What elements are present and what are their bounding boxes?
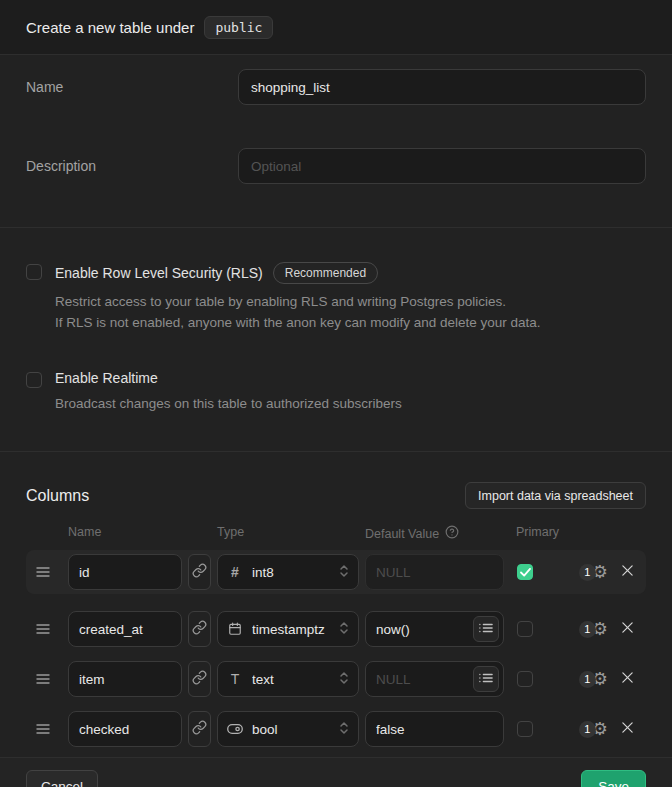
create-table-panel: Create a new table under public Name Des… bbox=[0, 0, 672, 787]
chevrons-icon bbox=[339, 671, 349, 688]
foreign-key-button[interactable] bbox=[188, 554, 211, 590]
name-row: Name bbox=[26, 69, 646, 105]
primary-checkbox[interactable] bbox=[517, 621, 533, 637]
remove-column-button[interactable] bbox=[621, 621, 634, 637]
column-settings-button[interactable]: 1⚙ bbox=[579, 670, 608, 688]
table-description-input[interactable] bbox=[238, 148, 646, 184]
recommended-badge: Recommended bbox=[273, 262, 378, 284]
description-row: Description bbox=[26, 148, 646, 184]
columns-rows: #int81⚙timestamptz1⚙Ttext1⚙bool1⚙ bbox=[26, 550, 646, 751]
column-type-value: bool bbox=[252, 722, 330, 737]
remove-column-button[interactable] bbox=[621, 671, 634, 687]
column-type-select[interactable]: bool bbox=[217, 711, 359, 747]
foreign-key-button[interactable] bbox=[188, 611, 211, 647]
chevrons-icon bbox=[339, 721, 349, 738]
header-primary: Primary bbox=[516, 525, 559, 542]
description-label: Description bbox=[26, 148, 238, 184]
link-icon bbox=[192, 620, 207, 638]
realtime-option: Enable Realtime Broadcast changes on thi… bbox=[26, 370, 646, 414]
drag-handle-icon[interactable] bbox=[36, 623, 56, 635]
column-settings-button[interactable]: 1⚙ bbox=[579, 620, 608, 638]
default-value-input[interactable] bbox=[365, 711, 504, 747]
settings-count-badge: 1 bbox=[579, 721, 596, 738]
header-default-value: Default Value bbox=[365, 527, 439, 541]
chevrons-icon bbox=[339, 564, 349, 581]
drag-handle-icon[interactable] bbox=[36, 673, 56, 685]
column-type-value: timestamptz bbox=[252, 622, 330, 637]
import-spreadsheet-button[interactable]: Import data via spreadsheet bbox=[465, 482, 646, 509]
remove-column-button[interactable] bbox=[621, 564, 634, 580]
x-icon bbox=[621, 564, 634, 580]
drag-handle-icon[interactable] bbox=[36, 723, 56, 735]
column-name-input[interactable] bbox=[68, 711, 182, 747]
list-icon bbox=[479, 622, 493, 637]
rls-checkbox[interactable] bbox=[26, 264, 42, 280]
suggested-values-button[interactable] bbox=[473, 616, 499, 642]
drag-handle-icon[interactable] bbox=[36, 566, 56, 578]
rls-option: Enable Row Level Security (RLS) Recommen… bbox=[26, 262, 646, 333]
column-name-input[interactable] bbox=[68, 611, 182, 647]
realtime-label: Enable Realtime bbox=[55, 370, 158, 386]
column-row: bool1⚙ bbox=[26, 707, 646, 751]
column-row: #int81⚙ bbox=[26, 550, 646, 594]
column-row: Ttext1⚙ bbox=[26, 657, 646, 701]
table-name-input[interactable] bbox=[238, 69, 646, 105]
foreign-key-button[interactable] bbox=[188, 711, 211, 747]
table-options-section: Enable Row Level Security (RLS) Recommen… bbox=[0, 228, 672, 452]
panel-title: Create a new table under bbox=[26, 19, 194, 36]
x-icon bbox=[621, 671, 634, 687]
name-label: Name bbox=[26, 69, 238, 105]
x-icon bbox=[621, 621, 634, 637]
columns-section: Columns Import data via spreadsheet Name… bbox=[0, 452, 672, 757]
column-row: timestamptz1⚙ bbox=[26, 607, 646, 651]
columns-title: Columns bbox=[26, 487, 89, 505]
check-icon bbox=[520, 564, 531, 580]
column-settings-button[interactable]: 1⚙ bbox=[579, 720, 608, 738]
rls-description: Restrict access to your table by enablin… bbox=[55, 291, 541, 333]
suggested-values-button[interactable] bbox=[473, 666, 499, 692]
realtime-checkbox[interactable] bbox=[26, 372, 42, 388]
foreign-key-button[interactable] bbox=[188, 661, 211, 697]
chevrons-icon bbox=[339, 621, 349, 638]
primary-checkbox[interactable] bbox=[517, 671, 533, 687]
column-settings-button[interactable]: 1⚙ bbox=[579, 563, 608, 581]
toggle-icon bbox=[227, 723, 243, 735]
settings-count-badge: 1 bbox=[579, 671, 596, 688]
primary-checkbox[interactable] bbox=[517, 721, 533, 737]
column-name-input[interactable] bbox=[68, 554, 182, 590]
panel-footer: Cancel Save bbox=[0, 757, 672, 787]
save-button[interactable]: Save bbox=[581, 770, 646, 787]
settings-count-badge: 1 bbox=[579, 564, 596, 581]
header-type: Type bbox=[217, 525, 365, 542]
columns-table-headers: Name Type Default Value Primary bbox=[26, 525, 646, 542]
letter-t-icon: T bbox=[227, 671, 243, 687]
rls-label: Enable Row Level Security (RLS) bbox=[55, 265, 263, 281]
default-value-input bbox=[365, 554, 504, 590]
column-type-select[interactable]: Ttext bbox=[217, 661, 359, 697]
column-name-input[interactable] bbox=[68, 661, 182, 697]
cancel-button[interactable]: Cancel bbox=[26, 770, 98, 787]
link-icon bbox=[192, 670, 207, 688]
settings-count-badge: 1 bbox=[579, 621, 596, 638]
column-type-select[interactable]: timestamptz bbox=[217, 611, 359, 647]
column-type-value: text bbox=[252, 672, 330, 687]
link-icon bbox=[192, 563, 207, 581]
hash-icon: # bbox=[227, 564, 243, 580]
remove-column-button[interactable] bbox=[621, 721, 634, 737]
header-name: Name bbox=[68, 525, 217, 542]
column-type-select[interactable]: #int8 bbox=[217, 554, 359, 590]
link-icon bbox=[192, 720, 207, 738]
calendar-icon bbox=[227, 622, 243, 636]
x-icon bbox=[621, 721, 634, 737]
primary-checkbox[interactable] bbox=[517, 564, 533, 580]
help-circle-icon[interactable] bbox=[445, 525, 459, 542]
realtime-description: Broadcast changes on this table to autho… bbox=[55, 393, 402, 414]
column-type-value: int8 bbox=[252, 565, 330, 580]
schema-badge: public bbox=[204, 16, 273, 39]
panel-header: Create a new table under public bbox=[0, 0, 672, 55]
list-icon bbox=[479, 672, 493, 687]
table-details-section: Name Description bbox=[0, 55, 672, 228]
